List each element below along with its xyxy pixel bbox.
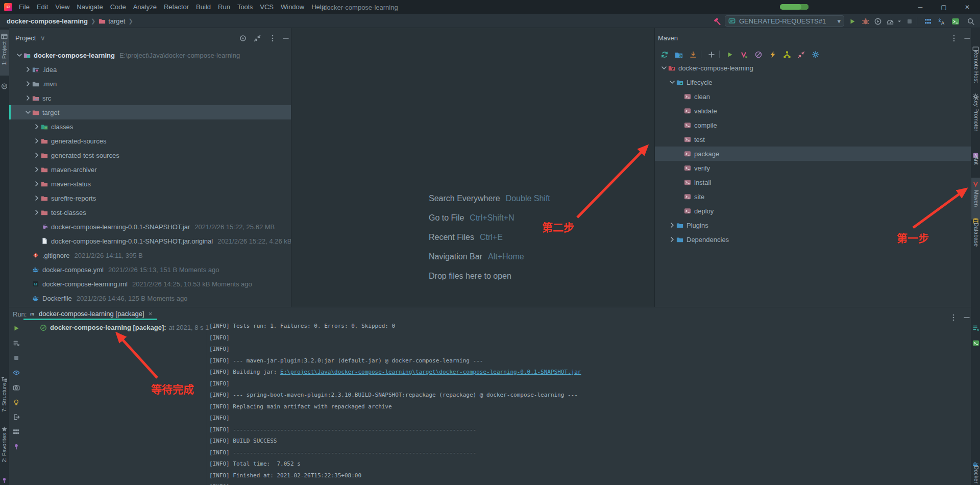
tree-row-maven-archiver[interactable]: maven-archiver	[9, 162, 291, 177]
tree-row-validate[interactable]: validate	[655, 104, 971, 118]
chevron-right-icon[interactable]	[668, 221, 676, 229]
tree-row-test[interactable]: test	[655, 132, 971, 147]
window-close-button[interactable]: ✕	[960, 2, 975, 12]
chevron-right-icon[interactable]	[33, 151, 41, 159]
menu-run[interactable]: Run	[214, 3, 234, 11]
tool-maven-button[interactable]	[972, 180, 979, 187]
clear-all-button[interactable]	[12, 338, 20, 347]
tool-grid-button[interactable]	[924, 17, 932, 26]
run-hide-panel[interactable]	[963, 313, 971, 322]
exit-button[interactable]	[12, 413, 20, 421]
tool-maven-label[interactable]: Maven	[972, 190, 979, 207]
chevron-down-icon[interactable]	[15, 51, 23, 59]
download-sources-button[interactable]	[689, 50, 697, 59]
menu-view[interactable]: View	[52, 3, 73, 11]
rerun-button[interactable]	[12, 324, 20, 332]
menu-edit[interactable]: Edit	[33, 3, 52, 11]
menu-tools[interactable]: Tools	[234, 3, 256, 11]
add-maven-project-button[interactable]	[707, 50, 716, 59]
maven-settings-button[interactable]	[811, 50, 820, 59]
chevron-right-icon[interactable]	[33, 137, 41, 145]
show-dependencies-button[interactable]	[782, 50, 791, 59]
tree-row-generated-test-sources[interactable]: generated-test-sources	[9, 148, 291, 162]
tree-row-maven-status[interactable]: maven-status	[9, 177, 291, 191]
debug-button[interactable]	[862, 17, 870, 26]
breadcrumb-target[interactable]: target	[108, 17, 125, 25]
run-configuration-selector[interactable]: GENERATED-REQUESTS#1 ▾	[725, 15, 844, 27]
tool-project-label[interactable]: 1: Project	[1, 41, 8, 65]
monitor-button[interactable]	[12, 368, 20, 376]
project-hide-panel[interactable]	[282, 34, 290, 42]
tool-ant-label[interactable]: Ant	[972, 156, 979, 165]
skip-tests-button[interactable]	[740, 50, 748, 59]
tree-row-site[interactable]: site	[655, 189, 971, 204]
tree-row-classes[interactable]: classes	[9, 119, 291, 134]
tree-row-compile[interactable]: compile	[655, 118, 971, 132]
inspect-button[interactable]	[12, 398, 20, 406]
run-button[interactable]	[848, 17, 856, 26]
tool-key-promoter-label[interactable]: Key Promoter	[972, 97, 979, 131]
close-icon[interactable]: ×	[149, 310, 153, 318]
project-panel-title[interactable]: Project ∨	[15, 34, 45, 42]
tree-row-docker-compose-learning[interactable]: docker-compose-learningE:\project\Java\d…	[9, 48, 291, 62]
console-jar-link[interactable]: E:\project\Java\docker-compose-learning\…	[280, 369, 581, 375]
chevron-right-icon[interactable]	[668, 235, 676, 244]
chevron-right-icon[interactable]	[33, 165, 41, 174]
tree-row-.gitignore[interactable]: .gitignore2021/2/26 14:11, 395 B	[9, 248, 291, 262]
toggle-offline-button[interactable]	[754, 50, 763, 59]
terminal-button[interactable]	[951, 17, 960, 26]
profiler-caret-button[interactable]	[895, 17, 903, 26]
chevron-right-icon[interactable]	[33, 194, 41, 202]
menu-analyze[interactable]: Analyze	[130, 3, 160, 11]
tree-row-src[interactable]: src	[9, 91, 291, 105]
tree-row-deploy[interactable]: deploy	[655, 204, 971, 218]
thread-dump-button[interactable]	[12, 383, 20, 391]
tool-m-button[interactable]: M	[1, 82, 8, 89]
run-with-coverage-button[interactable]	[874, 17, 882, 26]
tree-row-docker-compose.yml[interactable]: docker-compose.yml2021/2/26 15:13, 151 B…	[9, 262, 291, 277]
window-maximize-button[interactable]: ▢	[936, 2, 951, 12]
chevron-right-icon[interactable]	[24, 94, 32, 102]
breadcrumb-project[interactable]: docker-compose-learning	[7, 17, 88, 25]
tree-row-Dockerfile[interactable]: Dockerfile2021/2/26 14:46, 125 B Moments…	[9, 291, 291, 305]
restore-layout-button[interactable]	[12, 427, 20, 435]
run-tab[interactable]: m docker-compose-learning [package] ×	[23, 307, 157, 320]
chevron-right-icon[interactable]	[33, 180, 41, 188]
tool-favorites-button[interactable]	[1, 425, 8, 432]
project-options-kebab[interactable]	[268, 34, 277, 42]
chevron-down-icon[interactable]	[660, 64, 668, 72]
chevron-right-icon[interactable]	[24, 80, 32, 88]
chevron-right-icon[interactable]	[33, 123, 41, 131]
generate-sources-button[interactable]	[674, 50, 683, 59]
run-splitter[interactable]	[207, 321, 207, 485]
tree-row-docker-compose-learning-0.0.1-SNAPSHOT.jar[interactable]: docker-compose-learning-0.0.1-SNAPSHOT.j…	[9, 220, 291, 234]
pin-tab-button[interactable]	[12, 442, 20, 450]
chevron-right-icon[interactable]	[24, 65, 32, 74]
chevron-down-icon[interactable]	[668, 78, 676, 86]
tree-row-.idea[interactable]: .idea	[9, 62, 291, 77]
translate-button[interactable]: A	[937, 17, 945, 26]
console-softwrap-button[interactable]	[972, 323, 979, 331]
stop-process-button[interactable]	[12, 353, 20, 361]
tool-remote-host-label[interactable]: Remote Host	[972, 50, 979, 83]
menu-window[interactable]: Window	[277, 3, 308, 11]
tree-row-package[interactable]: package	[655, 147, 971, 161]
tree-row-test-classes[interactable]: test-classes	[9, 205, 291, 220]
tree-row-.mvn[interactable]: .mvn	[9, 77, 291, 91]
execute-goal-button[interactable]	[768, 50, 777, 59]
tool-structure-label[interactable]: 7: Structure	[1, 383, 8, 412]
run-maven-build-button[interactable]	[725, 50, 734, 59]
menu-file[interactable]: File	[15, 3, 33, 11]
window-minimize-button[interactable]: ─	[913, 2, 928, 12]
search-everywhere-button[interactable]	[967, 17, 975, 26]
tool-database-label[interactable]: Database	[972, 223, 979, 247]
collapse-all-button[interactable]	[797, 50, 805, 59]
chevron-right-icon[interactable]	[33, 208, 41, 216]
tree-row-docker-compose-learning[interactable]: docker-compose-learning	[655, 61, 971, 75]
project-collapse-all[interactable]	[253, 34, 261, 42]
tree-row-surefire-reports[interactable]: surefire-reports	[9, 191, 291, 205]
profiler-button[interactable]	[886, 17, 894, 26]
tree-row-clean[interactable]: clean	[655, 89, 971, 104]
project-locate-target[interactable]	[239, 34, 247, 42]
stop-button[interactable]	[905, 17, 914, 26]
